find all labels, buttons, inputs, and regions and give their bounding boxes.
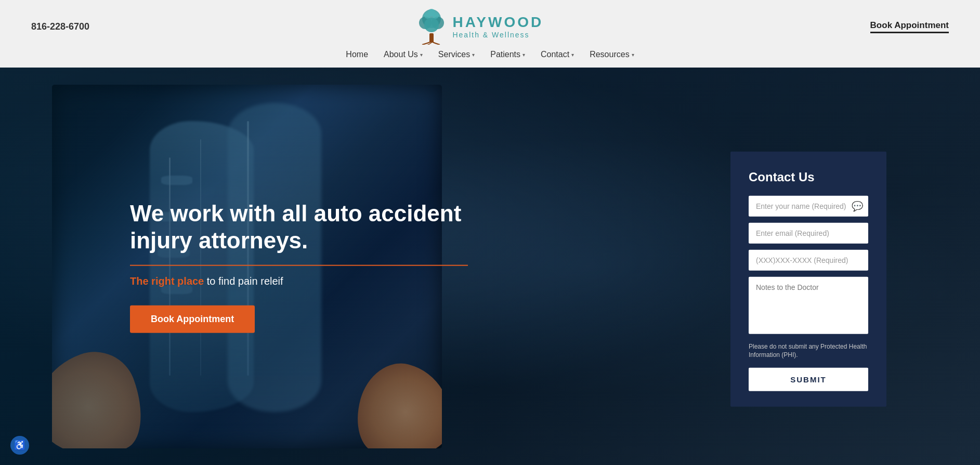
header-logo: HAYWOOD Health & Wellness — [416, 8, 543, 45]
email-input[interactable] — [749, 222, 868, 243]
phi-notice: Please do not submit any Protected Healt… — [749, 342, 868, 360]
notes-textarea[interactable] — [749, 276, 868, 334]
phone-input[interactable] — [749, 249, 868, 270]
chat-icon: 💬 — [852, 200, 863, 211]
name-field-wrapper: 💬 — [749, 195, 868, 216]
header-phone: 816-228-6700 — [31, 21, 89, 32]
hero-subtitle: The right place to find pain releif — [130, 275, 468, 287]
chevron-down-icon: ▾ — [420, 52, 423, 58]
chevron-down-icon: ▾ — [472, 52, 475, 58]
header-book-appointment-button[interactable]: Book Appointment — [870, 20, 949, 33]
logo-tree-icon — [416, 8, 447, 45]
header: 816-228-6700 — [0, 0, 980, 68]
nav-item-contact[interactable]: Contact ▾ — [541, 50, 574, 59]
submit-button[interactable]: SUBMIT — [749, 368, 868, 391]
nav-item-home[interactable]: Home — [346, 50, 368, 59]
accessibility-button[interactable]: ♿ — [10, 436, 29, 455]
logo-name: HAYWOOD — [452, 14, 543, 31]
hero-title: We work with all auto accident injury at… — [130, 200, 468, 255]
hero-divider — [130, 265, 468, 266]
name-input[interactable] — [749, 195, 868, 216]
chevron-down-icon: ▾ — [522, 52, 525, 58]
hero-book-appointment-button[interactable]: Book Appointment — [130, 305, 255, 333]
accessibility-icon: ♿ — [14, 440, 25, 451]
chevron-down-icon: ▾ — [571, 52, 574, 58]
logo-text: HAYWOOD Health & Wellness — [452, 14, 543, 39]
hero-section: We work with all auto accident injury at… — [0, 68, 980, 465]
main-nav: Home About Us ▾ Services ▾ Patients ▾ Co… — [346, 50, 634, 59]
svg-point-7 — [428, 9, 435, 16]
hero-subtitle-highlight: The right place — [130, 275, 204, 287]
contact-form-panel: Contact Us 💬 Please do not submit any Pr… — [730, 151, 886, 407]
contact-form-title: Contact Us — [749, 169, 868, 184]
hero-subtitle-normal-text: to find pain releif — [207, 275, 283, 287]
nav-item-patients[interactable]: Patients ▾ — [490, 50, 525, 59]
hero-content: We work with all auto accident injury at… — [130, 200, 468, 333]
svg-point-4 — [424, 18, 439, 32]
chevron-down-icon: ▾ — [632, 52, 634, 58]
svg-rect-0 — [429, 33, 434, 43]
nav-item-resources[interactable]: Resources ▾ — [590, 50, 634, 59]
logo-subtitle: Health & Wellness — [452, 31, 529, 39]
nav-item-services[interactable]: Services ▾ — [438, 50, 475, 59]
nav-item-about-us[interactable]: About Us ▾ — [384, 50, 423, 59]
